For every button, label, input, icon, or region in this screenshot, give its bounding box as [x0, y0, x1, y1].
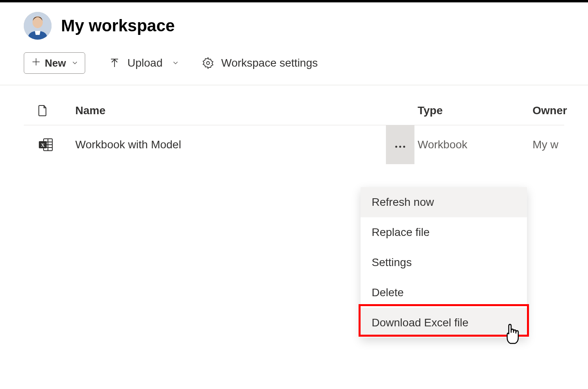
upload-button[interactable]: Upload	[109, 57, 178, 69]
toolbar: New Upload Workspac	[0, 48, 588, 85]
menu-item-replace[interactable]: Replace file	[361, 217, 527, 247]
workspace-settings-button[interactable]: Workspace settings	[202, 57, 318, 69]
context-menu: Refresh now Replace file Settings Delete…	[361, 187, 527, 338]
chevron-down-icon	[72, 59, 78, 67]
more-actions-button[interactable]	[386, 125, 414, 164]
excel-icon: X	[38, 138, 54, 152]
upload-label: Upload	[127, 57, 162, 69]
upload-icon	[109, 57, 120, 69]
column-header-type[interactable]: Type	[418, 104, 533, 117]
row-type: Workbook	[418, 138, 533, 151]
svg-point-15	[399, 146, 401, 148]
table-row[interactable]: X Workbook with Model Workbook My w	[24, 125, 564, 164]
svg-point-6	[206, 61, 210, 65]
svg-point-14	[395, 146, 397, 148]
table-container: Name Type Owner X Workbook with Model	[0, 85, 588, 164]
svg-text:X: X	[41, 142, 45, 148]
plus-icon	[31, 57, 41, 69]
chevron-down-icon	[173, 59, 178, 67]
column-header-name[interactable]: Name	[75, 104, 386, 117]
menu-item-delete[interactable]: Delete	[361, 278, 527, 308]
workspace-title: My workspace	[61, 16, 175, 35]
svg-point-16	[403, 146, 405, 148]
menu-item-download[interactable]: Download Excel file	[361, 308, 527, 338]
gear-icon	[202, 57, 214, 69]
more-icon	[395, 138, 406, 151]
column-header-owner[interactable]: Owner	[533, 104, 564, 117]
workspace-header: My workspace	[0, 2, 588, 48]
row-name: Workbook with Model	[75, 138, 386, 151]
workspace-settings-label: Workspace settings	[221, 57, 318, 69]
file-icon	[38, 105, 48, 117]
avatar[interactable]	[24, 12, 52, 40]
menu-item-settings[interactable]: Settings	[361, 247, 527, 278]
new-button[interactable]: New	[24, 52, 85, 74]
menu-item-refresh[interactable]: Refresh now	[361, 187, 527, 217]
new-button-label: New	[45, 57, 66, 69]
table-header: Name Type Owner	[24, 85, 564, 125]
row-owner: My w	[533, 138, 564, 151]
